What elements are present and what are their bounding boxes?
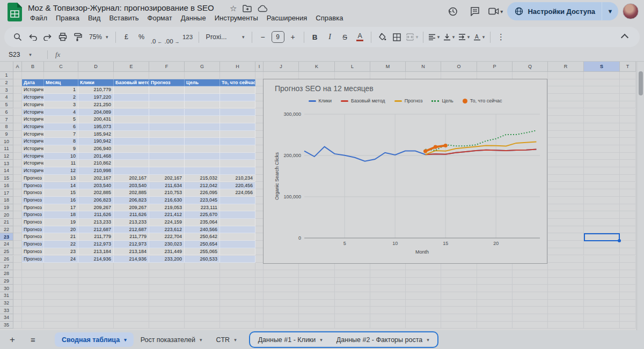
- cell[interactable]: [114, 322, 149, 329]
- cell[interactable]: [264, 292, 299, 300]
- menu-extensions[interactable]: Расширения: [264, 13, 311, 23]
- column-header-K[interactable]: K: [299, 62, 335, 72]
- row-header-23[interactable]: 23: [0, 233, 13, 241]
- cell[interactable]: [299, 278, 335, 285]
- table-data-cell[interactable]: [114, 109, 149, 116]
- cell[interactable]: [620, 79, 636, 87]
- table-data-cell[interactable]: 210,998: [78, 167, 114, 175]
- paint-format-icon[interactable]: [71, 30, 85, 44]
- cell[interactable]: [264, 278, 299, 285]
- borders-icon[interactable]: [390, 30, 404, 44]
- comments-icon[interactable]: [466, 2, 484, 20]
- cell[interactable]: [513, 292, 548, 300]
- cell[interactable]: [477, 314, 513, 322]
- sheet-tab-chevron-icon[interactable]: ▾: [234, 337, 237, 343]
- cell[interactable]: [548, 314, 584, 322]
- cell[interactable]: [78, 292, 114, 300]
- cell[interactable]: [255, 226, 264, 234]
- cell[interactable]: [78, 285, 114, 292]
- table-data-cell[interactable]: 213,184: [78, 248, 114, 256]
- column-header-R[interactable]: R: [548, 62, 584, 72]
- cell[interactable]: [620, 131, 636, 138]
- table-data-cell[interactable]: [149, 145, 185, 153]
- table-data-cell[interactable]: 223,045: [185, 197, 220, 204]
- cell[interactable]: [584, 72, 620, 79]
- cell[interactable]: [255, 300, 264, 307]
- cell[interactable]: [477, 322, 513, 329]
- table-data-cell[interactable]: [220, 116, 255, 123]
- cell[interactable]: [255, 211, 264, 219]
- cell[interactable]: [185, 270, 220, 278]
- cell[interactable]: [13, 189, 22, 197]
- cell[interactable]: [299, 307, 335, 314]
- table-data-cell[interactable]: [220, 138, 255, 145]
- table-data-cell[interactable]: [220, 248, 255, 256]
- cell[interactable]: [220, 72, 255, 79]
- cell[interactable]: [441, 285, 477, 292]
- cell[interactable]: [441, 263, 477, 270]
- table-data-cell[interactable]: 6: [44, 123, 78, 131]
- table-data-cell[interactable]: 197,220: [78, 94, 114, 101]
- table-data-cell[interactable]: Прогноз: [22, 175, 44, 182]
- share-button[interactable]: Настройки Доступа ▼: [507, 2, 618, 20]
- cell[interactable]: [255, 204, 264, 212]
- cell[interactable]: [13, 292, 22, 300]
- cell[interactable]: [548, 197, 584, 204]
- column-header-M[interactable]: M: [370, 62, 406, 72]
- cell[interactable]: [220, 270, 255, 278]
- strikethrough-icon[interactable]: S: [338, 30, 352, 44]
- cell[interactable]: [548, 94, 584, 101]
- cell[interactable]: [185, 72, 220, 79]
- table-data-cell[interactable]: 220,456: [220, 182, 255, 190]
- table-data-cell[interactable]: 221,250: [78, 101, 114, 109]
- cell[interactable]: [13, 123, 22, 131]
- row-header-20[interactable]: 20: [0, 211, 13, 219]
- cell[interactable]: [255, 182, 264, 190]
- table-data-cell[interactable]: 8: [44, 138, 78, 145]
- table-data-cell[interactable]: [149, 116, 185, 123]
- table-data-cell[interactable]: 204,089: [78, 109, 114, 116]
- cell[interactable]: [620, 189, 636, 197]
- cell[interactable]: [620, 322, 636, 329]
- cell[interactable]: [584, 322, 620, 329]
- row-header-32[interactable]: 32: [0, 300, 13, 307]
- cell[interactable]: [548, 79, 584, 87]
- cell[interactable]: [620, 153, 636, 160]
- table-data-cell[interactable]: [185, 145, 220, 153]
- table-data-cell[interactable]: [185, 123, 220, 131]
- cell[interactable]: [620, 175, 636, 182]
- cell[interactable]: [44, 322, 78, 329]
- cell[interactable]: [406, 292, 441, 300]
- cell[interactable]: [548, 270, 584, 278]
- cell[interactable]: [13, 307, 22, 314]
- cell[interactable]: [299, 314, 335, 322]
- column-header-A[interactable]: A: [13, 62, 22, 72]
- add-sheet-button[interactable]: +: [4, 332, 20, 348]
- table-data-cell[interactable]: 13: [44, 175, 78, 182]
- cell[interactable]: [264, 263, 299, 270]
- cell[interactable]: [441, 270, 477, 278]
- table-data-cell[interactable]: [185, 109, 220, 116]
- table-data-cell[interactable]: [220, 160, 255, 167]
- table-data-cell[interactable]: Исторические: [22, 101, 44, 109]
- table-data-cell[interactable]: 1: [44, 86, 78, 94]
- cell[interactable]: [548, 322, 584, 329]
- cell[interactable]: [548, 123, 584, 131]
- table-data-cell[interactable]: 201,468: [78, 153, 114, 160]
- cell[interactable]: [149, 292, 185, 300]
- table-data-cell[interactable]: Прогноз: [22, 219, 44, 226]
- table-data-cell[interactable]: 15: [44, 189, 78, 197]
- table-data-cell[interactable]: 210,753: [149, 189, 185, 197]
- table-data-cell[interactable]: 211,626: [114, 211, 149, 219]
- table-data-cell[interactable]: 250,654: [185, 241, 220, 248]
- table-data-cell[interactable]: 250,642: [185, 233, 220, 241]
- table-data-cell[interactable]: 21: [44, 233, 78, 241]
- all-sheets-button[interactable]: ≡: [25, 332, 41, 348]
- table-data-cell[interactable]: [149, 123, 185, 131]
- cell[interactable]: [548, 116, 584, 123]
- cell[interactable]: [620, 86, 636, 94]
- cell[interactable]: [255, 307, 264, 314]
- cell[interactable]: [370, 314, 406, 322]
- cell[interactable]: [44, 285, 78, 292]
- cell[interactable]: [255, 153, 264, 160]
